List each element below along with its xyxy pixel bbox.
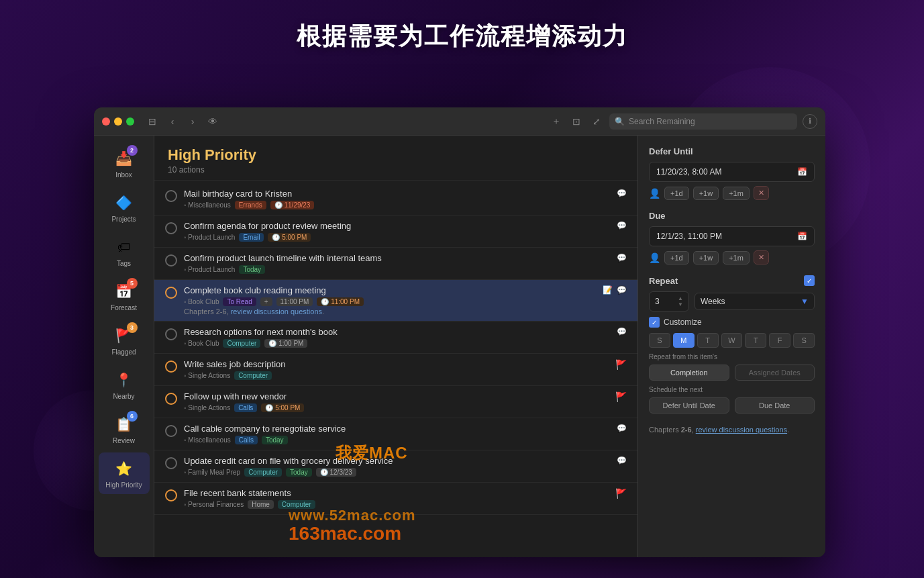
task-item[interactable]: Complete book club reading meeting◦ Book… [154,280,637,322]
task-actions: 💬 [617,189,627,198]
repeat-unit-field[interactable]: Weeks ▼ [695,293,815,310]
due-field[interactable]: 12/1/23, 11:00 PM 📅 [649,226,815,246]
review-link[interactable]: review discussion questions [696,426,787,434]
due-1w-button[interactable]: +1w [693,251,719,264]
add-button[interactable]: ＋ [549,114,564,129]
due-quick-btns: 👤 +1d +1w +1m ✕ [649,250,815,264]
task-item[interactable]: Write sales job description◦ Single Acti… [154,354,637,386]
comment-icon[interactable]: 💬 [617,285,627,295]
task-tag: Home [248,500,274,509]
defer-clear-button[interactable]: ✕ [754,186,769,200]
task-actions: 💬 [617,253,627,262]
inbox-label: Inbox [115,171,132,179]
back-button[interactable]: ‹ [165,114,180,129]
day-btn-S[interactable]: S [793,333,815,348]
task-title: Call cable company to renegotiate servic… [184,424,610,434]
sidebar-item-highpriority[interactable]: ⭐High Priority [99,452,150,494]
due-1d-button[interactable]: +1d [664,251,689,264]
defer-quick-btns: 👤 +1d +1w +1m ✕ [649,186,815,200]
comment-icon[interactable]: 💬 [617,456,627,465]
day-btn-F[interactable]: F [769,333,790,348]
due-person-icon: 👤 [649,252,660,263]
comment-icon[interactable]: 💬 [617,253,627,262]
task-actions: 💬 [617,327,627,336]
comment-icon[interactable]: 💬 [617,424,627,433]
search-bar[interactable]: 🔍 Search Remaining [609,113,797,130]
task-checkbox[interactable] [165,393,177,405]
task-header: High Priority 10 actions [154,136,637,181]
defer-until-field[interactable]: 11/20/23, 8:00 AM 📅 [649,162,815,182]
comment-icon[interactable]: 💬 [617,221,627,230]
due-clear-button[interactable]: ✕ [754,250,769,264]
customize-checkbox[interactable]: ✓ [649,317,660,328]
task-checkbox[interactable] [165,489,177,501]
sidebar-item-forecast[interactable]: 📅5Forecast [99,275,150,317]
task-item[interactable]: File recent bank statements◦ Personal Fi… [154,483,637,515]
task-item[interactable]: Follow up with new vendor◦ Single Action… [154,386,637,418]
maximize-button[interactable] [126,117,134,126]
repeat-num-field[interactable]: 3 ▲ ▼ [649,291,689,311]
page-title: 根据需要为工作流程增添动力 [0,0,924,66]
task-content: Confirm product launch timeline with int… [184,253,610,274]
sidebar-item-review[interactable]: 📋6Review [99,408,150,450]
day-btn-T[interactable]: T [745,333,766,348]
fullscreen-button[interactable]: ⤢ [589,114,604,129]
task-checkbox[interactable] [165,190,177,202]
defer-until-label: Defer Until [649,146,815,156]
task-checkbox[interactable] [165,328,177,340]
defer-1m-button[interactable]: +1m [723,187,750,200]
detail-note: Chapters 2-6, review discussion question… [649,424,815,436]
close-button[interactable] [102,117,110,126]
task-item[interactable]: Confirm agenda for product review meetin… [154,215,637,248]
task-checkbox[interactable] [165,457,177,469]
day-btn-T[interactable]: T [697,333,719,348]
defer-1w-button[interactable]: +1w [693,187,719,200]
sidebar-item-nearby[interactable]: 📍Nearby [99,364,150,405]
repeat-checkbox[interactable]: ✓ [804,275,815,286]
note-icon[interactable]: 📝 [603,285,613,295]
from-label: Repeat from this item's [649,353,815,360]
info-button[interactable]: ℹ [803,114,817,129]
minimize-button[interactable] [114,117,122,126]
comment-icon[interactable]: 💬 [617,327,627,336]
defer-until-value: 11/20/23, 8:00 AM [656,167,721,177]
task-checkbox[interactable] [165,360,177,373]
task-checkbox[interactable] [165,425,177,437]
assigned-dates-button[interactable]: Assigned Dates [735,365,815,381]
completion-button[interactable]: Completion [649,365,729,381]
sidebar-item-tags[interactable]: 🏷Tags [99,231,150,273]
task-title: Mail birthday card to Kristen [184,189,610,199]
task-item[interactable]: Update credit card on file with grocery … [154,450,637,483]
day-btn-W[interactable]: W [721,333,743,348]
task-tag: + [260,297,272,306]
capture-button[interactable]: ⊡ [569,114,584,129]
view-button[interactable]: 👁 [205,114,220,129]
chevron-down-icon: ▼ [801,297,809,306]
sidebar-item-inbox[interactable]: 📥2Inbox [99,142,150,184]
task-item[interactable]: Confirm product launch timeline with int… [154,248,637,280]
task-checkbox[interactable] [165,287,177,299]
due-section: Due 12/1/23, 11:00 PM 📅 👤 +1d +1w +1m ✕ [649,211,815,264]
task-checkbox[interactable] [165,254,177,267]
task-item[interactable]: Mail birthday card to Kristen◦ Miscellan… [154,183,637,215]
task-area: High Priority 10 actions Mail birthday c… [154,136,637,557]
defer-1d-button[interactable]: +1d [664,187,689,200]
sidebar-toggle-button[interactable]: ⊟ [145,114,160,129]
repeat-stepper[interactable]: ▲ ▼ [678,295,683,307]
due-1m-button[interactable]: +1m [723,251,750,264]
forward-button[interactable]: › [185,114,200,129]
nearby-icon: 📍 [113,369,135,391]
day-btn-S[interactable]: S [649,333,670,348]
task-item[interactable]: Research options for next month's book◦ … [154,322,637,354]
day-btn-M[interactable]: M [673,333,695,348]
task-project: ◦ Product Launch [184,234,235,241]
flag-icon: 🚩 [615,488,627,499]
sidebar-item-flagged[interactable]: 🚩3Flagged [99,320,150,361]
task-content: Confirm agenda for product review meetin… [184,221,610,242]
due-date-button[interactable]: Due Date [735,397,815,414]
defer-until-date-button[interactable]: Defer Until Date [649,397,729,414]
task-checkbox[interactable] [165,222,177,234]
comment-icon[interactable]: 💬 [617,189,627,198]
task-item[interactable]: Call cable company to renegotiate servic… [154,418,637,450]
sidebar-item-projects[interactable]: 🔷Projects [99,187,150,228]
